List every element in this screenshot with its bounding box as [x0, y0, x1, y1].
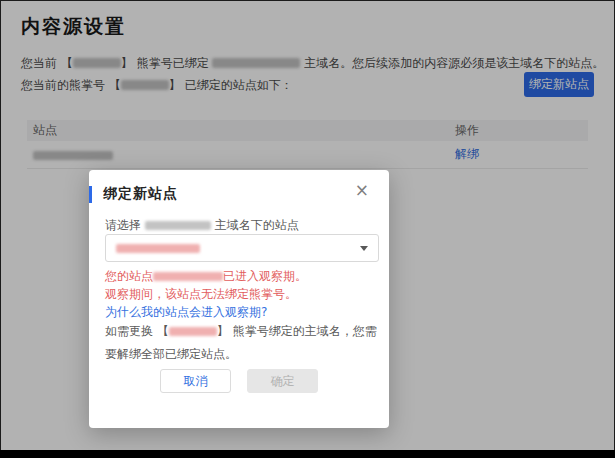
redacted-account-name — [169, 327, 217, 336]
redacted-selected-site — [116, 244, 200, 253]
cancel-button[interactable]: 取消 — [160, 369, 231, 393]
chevron-down-icon — [360, 246, 368, 251]
redacted-site-name — [153, 272, 223, 281]
site-select-label: 请选择 主域名下的站点 — [105, 217, 299, 234]
site-select-dropdown[interactable] — [105, 234, 379, 262]
error-line1-text-b: 已进入观察期。 — [223, 269, 307, 283]
select-label-text-a: 请选择 — [105, 218, 145, 232]
modal-title: 绑定新站点 — [103, 185, 178, 203]
error-line1-text-a: 您的站点 — [105, 269, 153, 283]
close-icon[interactable]: × — [355, 182, 369, 199]
redacted-domain-name — [145, 221, 211, 230]
observation-period-help-link[interactable]: 为什么我的站点会进入观察期? — [105, 304, 267, 321]
title-accent-bar — [89, 186, 92, 203]
confirm-button[interactable]: 确定 — [247, 369, 318, 393]
error-line-2: 观察期间，该站点无法绑定熊掌号。 — [105, 286, 297, 303]
screenshot-bottom-edge — [0, 450, 615, 458]
rebind-note: 如需更换 【】 熊掌号绑定的主域名，您需要解绑全部已绑定站点。 — [105, 320, 377, 366]
modal-button-row: 取消 确定 — [89, 369, 389, 393]
bind-new-site-modal: 绑定新站点 × 请选择 主域名下的站点 您的站点已进入观察期。 观察期间，该站点… — [89, 170, 389, 428]
note-text-a: 如需更换 【 — [105, 324, 169, 338]
select-label-text-b: 主域名下的站点 — [211, 218, 299, 232]
content-source-settings-screen: 内容源设置 您当前 【】 熊掌号已绑定 主域名。您后续添加的内容源必须是该主域名… — [0, 0, 615, 458]
error-line-1: 您的站点已进入观察期。 — [105, 268, 307, 285]
